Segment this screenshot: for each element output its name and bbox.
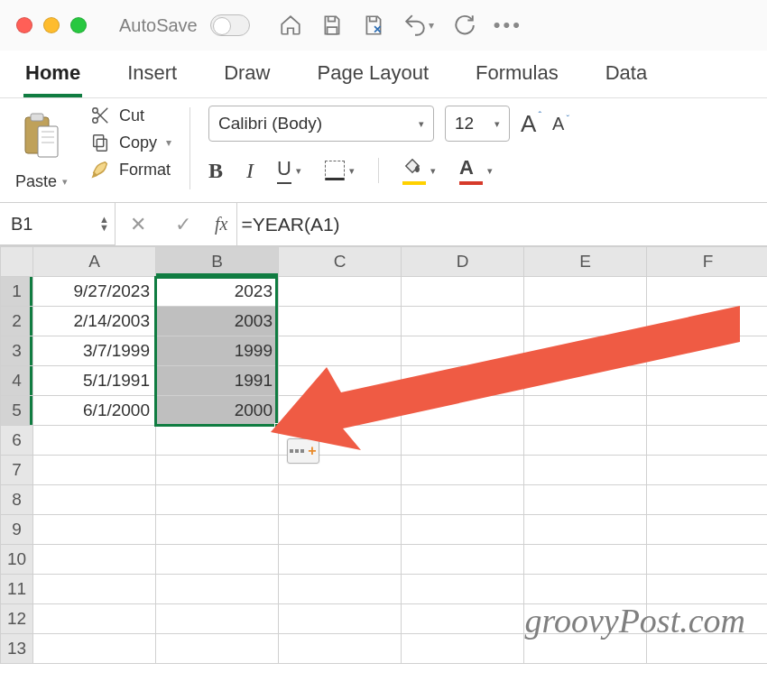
col-header-F[interactable]: F [647,247,768,277]
cell[interactable] [402,515,524,545]
cell[interactable] [156,426,279,456]
cell[interactable] [279,515,402,545]
cell[interactable] [279,485,402,515]
cell[interactable] [524,307,647,336]
zoom-icon[interactable] [70,17,87,33]
cell[interactable] [524,396,647,426]
cell[interactable] [647,336,768,366]
cell[interactable] [33,426,156,456]
cell[interactable] [647,575,768,604]
cell[interactable] [33,545,156,575]
row-header[interactable]: 13 [1,634,33,664]
cell[interactable] [524,426,647,456]
cell[interactable]: 1991 [156,366,279,396]
cell[interactable] [647,366,768,396]
font-color-button[interactable]: A ▾ [459,156,493,185]
row-header[interactable]: 6 [1,426,33,456]
cell[interactable]: 2/14/2003 [33,307,156,336]
tab-formulas[interactable]: Formulas [474,56,560,97]
row-header[interactable]: 8 [1,485,33,515]
cell[interactable] [402,366,524,396]
row-header[interactable]: 3 [1,336,33,366]
minimize-icon[interactable] [43,17,60,33]
close-icon[interactable] [16,17,32,33]
cell[interactable] [33,575,156,604]
tab-insert[interactable]: Insert [125,56,179,97]
row-header[interactable]: 5 [1,396,33,426]
tab-page-layout[interactable]: Page Layout [316,56,431,97]
name-box[interactable]: B1 ▲▼ [0,203,116,245]
cell[interactable] [402,336,524,366]
borders-button[interactable]: ▾ [325,161,355,180]
cell[interactable]: 9/27/2023 [33,277,156,307]
row-header[interactable]: 2 [1,307,33,336]
fx-label[interactable]: fx [215,214,227,235]
cell[interactable] [279,396,402,426]
cell[interactable] [647,485,768,515]
autofill-options-button[interactable]: + [287,438,319,464]
cell[interactable] [647,426,768,456]
cell[interactable]: 2003 [156,307,279,336]
font-name-select[interactable]: Calibri (Body) ▾ [208,106,434,142]
cell[interactable] [156,604,279,634]
save-icon[interactable] [320,14,344,37]
tab-draw[interactable]: Draw [222,56,272,97]
stepper-icon[interactable]: ▲▼ [99,216,109,232]
cell[interactable] [402,426,524,456]
cell[interactable]: 5/1/1991 [33,366,156,396]
decrease-font-button[interactable]: Aˇ [552,114,569,134]
cell[interactable] [279,307,402,336]
col-header-B[interactable]: B [156,247,279,277]
row-header[interactable]: 11 [1,575,33,604]
cell[interactable] [279,634,402,664]
row-header[interactable]: 10 [1,545,33,575]
autosave-toggle[interactable] [210,14,250,36]
cell[interactable]: 6/1/2000 [33,396,156,426]
cell[interactable] [647,277,768,307]
cell[interactable] [402,277,524,307]
cell[interactable] [402,485,524,515]
cell[interactable] [279,604,402,634]
cell[interactable] [647,396,768,426]
cell[interactable] [524,485,647,515]
chevron-down-icon[interactable]: ▾ [429,19,434,32]
fill-color-button[interactable]: ▾ [402,156,436,185]
cell[interactable] [647,307,768,336]
col-header-E[interactable]: E [524,247,647,277]
cell[interactable] [524,336,647,366]
cell[interactable] [33,456,156,485]
undo-button[interactable]: ▾ [403,14,434,37]
italic-button[interactable]: I [246,159,254,183]
cell[interactable] [156,575,279,604]
cell[interactable] [402,456,524,485]
cell[interactable]: 3/7/1999 [33,336,156,366]
cell[interactable]: 2023 [156,277,279,307]
col-header-D[interactable]: D [402,247,524,277]
cell[interactable] [402,634,524,664]
cell[interactable] [156,515,279,545]
cell[interactable] [33,515,156,545]
cell[interactable] [279,575,402,604]
cell[interactable] [279,277,402,307]
cell[interactable] [524,456,647,485]
col-header-C[interactable]: C [279,247,402,277]
cell[interactable] [647,456,768,485]
row-header[interactable]: 1 [1,277,33,307]
tab-data[interactable]: Data [604,56,649,97]
copy-button[interactable]: Copy ▾ [90,133,171,152]
more-button[interactable]: ••• [494,14,522,37]
row-header[interactable]: 7 [1,456,33,485]
cell[interactable] [33,604,156,634]
cell[interactable] [156,456,279,485]
font-size-select[interactable]: 12 ▾ [445,106,510,142]
cell[interactable] [156,634,279,664]
row-header[interactable]: 12 [1,604,33,634]
cell[interactable] [524,545,647,575]
cell[interactable] [402,545,524,575]
col-header-A[interactable]: A [33,247,156,277]
cell[interactable] [524,366,647,396]
cell[interactable] [33,485,156,515]
redo-button[interactable] [452,14,476,37]
fill-handle[interactable] [274,423,282,430]
cell[interactable] [402,396,524,426]
